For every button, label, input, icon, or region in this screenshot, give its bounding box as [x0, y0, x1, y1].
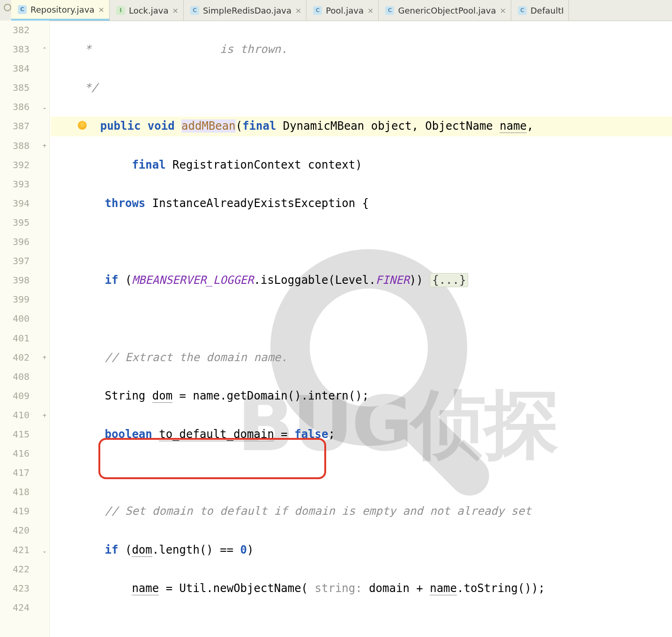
tab-simpleredisdao[interactable]: C SimpleRedisDao.java ×	[184, 0, 306, 21]
tab-lock[interactable]: I Lock.java ×	[110, 0, 184, 21]
file-icon: C	[313, 6, 322, 15]
file-icon: C	[518, 6, 527, 15]
tab-label: Repository.java	[30, 5, 95, 15]
tab-default-truncated[interactable]: C DefaultI	[511, 0, 569, 21]
fold-down-icon[interactable]: ⌄	[42, 104, 49, 111]
tab-label: Lock.java	[129, 6, 168, 15]
file-icon: C	[190, 6, 199, 15]
code-text: * is thrown.	[51, 43, 288, 56]
close-icon[interactable]: ×	[295, 6, 301, 15]
code-text: */	[51, 81, 98, 94]
close-icon[interactable]: ×	[367, 6, 373, 15]
highlight-annotation	[98, 438, 326, 479]
pin-icon[interactable]	[4, 4, 11, 11]
close-icon[interactable]: ×	[98, 5, 105, 14]
fold-expand-icon[interactable]: +	[42, 354, 49, 361]
fold-expand-icon[interactable]: +	[42, 142, 49, 149]
fold-gutter: ⌃ ⌄ + + + ⌄	[0, 21, 51, 637]
tab-label: GenericObjectPool.java	[398, 6, 496, 15]
fold-up-icon[interactable]: ⌃	[42, 46, 49, 53]
editor-tabs: C Repository.java × I Lock.java × C Simp…	[0, 0, 672, 21]
file-icon: C	[385, 6, 394, 15]
tab-pool[interactable]: C Pool.java ×	[306, 0, 379, 21]
tab-label: Pool.java	[326, 6, 364, 15]
close-icon[interactable]: ×	[172, 6, 178, 15]
tab-label: DefaultI	[530, 6, 564, 15]
tab-repository[interactable]: C Repository.java ×	[11, 0, 110, 21]
file-icon: C	[18, 5, 27, 14]
code-editor[interactable]: * is thrown. */ public void addMBean(fin…	[51, 21, 672, 637]
folded-region[interactable]: {...}	[430, 273, 468, 287]
fold-down-icon[interactable]: ⌄	[42, 548, 49, 554]
file-icon: I	[116, 6, 125, 15]
tab-genericobjectpool[interactable]: C GenericObjectPool.java ×	[379, 0, 511, 21]
bulb-icon[interactable]	[78, 121, 87, 130]
method-name: addMBean	[181, 119, 236, 133]
close-icon[interactable]: ×	[500, 6, 506, 15]
tab-label: SimpleRedisDao.java	[203, 6, 291, 15]
fold-expand-icon[interactable]: +	[42, 412, 49, 419]
